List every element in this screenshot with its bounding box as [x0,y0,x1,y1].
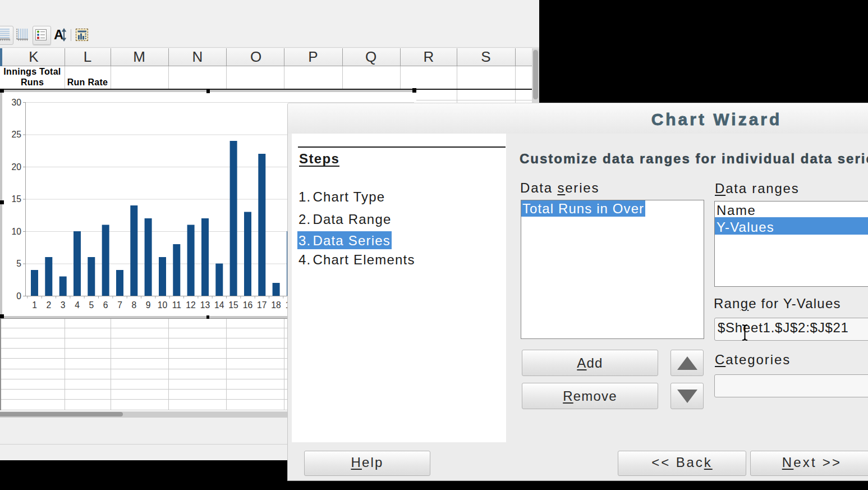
svg-text:2: 2 [46,300,51,310]
svg-text:5: 5 [89,300,94,310]
svg-text:5: 5 [16,259,21,268]
svg-text:15: 15 [12,194,22,204]
svg-text:14: 14 [214,300,224,310]
svg-text:15: 15 [228,300,238,310]
svg-text:8: 8 [131,300,136,310]
svg-text:0: 0 [16,291,21,301]
svg-text:10: 10 [12,227,22,236]
svg-text:9: 9 [146,300,151,310]
svg-text:18: 18 [271,300,281,310]
svg-text:17: 17 [257,300,267,310]
svg-text:25: 25 [12,130,22,139]
svg-text:13: 13 [200,300,210,310]
svg-text:3: 3 [61,300,66,310]
svg-text:20: 20 [12,162,22,172]
svg-text:11: 11 [172,300,181,310]
svg-text:1: 1 [32,300,37,310]
svg-text:10: 10 [158,300,168,310]
svg-text:6: 6 [103,300,108,310]
svg-text:4: 4 [75,300,80,310]
svg-text:16: 16 [243,300,253,310]
svg-text:12: 12 [186,300,195,310]
svg-text:30: 30 [12,98,22,107]
svg-text:7: 7 [117,300,122,310]
